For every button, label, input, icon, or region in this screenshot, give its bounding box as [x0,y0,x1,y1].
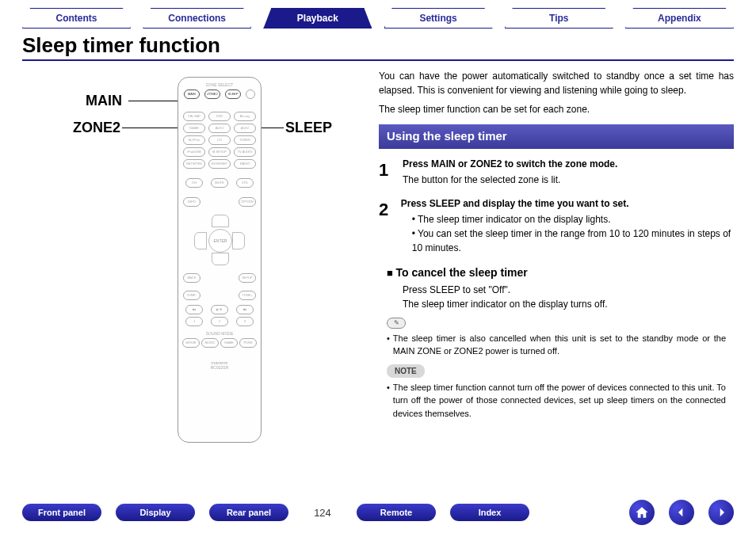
home-icon[interactable] [629,500,655,525]
footer-index[interactable]: Index [450,504,529,521]
cancel-body: Press SLEEP to set "Off". The sleep time… [403,283,734,311]
page-number: 124 [303,507,342,519]
tab-appendix[interactable]: Appendix [625,8,734,29]
top-tabs: Contents Connections Playback Settings T… [22,8,734,29]
footer-rear-panel[interactable]: Rear panel [209,504,288,521]
section-header: Using the sleep timer [379,124,734,149]
remote-illustration: ZONE SELECT MAIN ZONE2 SLEEP CBL/SATDVDB… [178,77,262,443]
remote-diagram: MAIN ZONE2 SLEEP ZONE SELECT MAIN ZONE2 … [22,69,355,449]
callout-main: MAIN [86,93,122,109]
cancel-heading: To cancel the sleep timer [387,265,734,281]
note-pill: NOTE [387,364,425,378]
page-title: Sleep timer function [22,33,734,61]
remote-btn-zone2: ZONE2 [204,89,220,99]
remote-btn-main: MAIN [184,89,200,99]
callout-zone2: ZONE2 [73,120,120,136]
remote-btn-power [246,89,255,99]
footer-front-panel[interactable]: Front panel [22,504,101,521]
intro-text: You can have the power automatically swi… [379,69,734,116]
footer-remote[interactable]: Remote [357,504,436,521]
footer: Front panel Display Rear panel 124 Remot… [22,500,734,525]
tab-contents[interactable]: Contents [22,8,131,29]
tab-connections[interactable]: Connections [143,8,251,29]
step-1: 1 Press MAIN or ZONE2 to switch the zone… [379,157,734,187]
tab-tips[interactable]: Tips [505,8,613,29]
note-bullet-1: The sleep timer is also cancelled when t… [387,332,726,358]
back-icon[interactable] [669,500,694,525]
footer-display[interactable]: Display [116,504,195,521]
tab-settings[interactable]: Settings [384,8,493,29]
remote-btn-sleep: SLEEP [225,89,241,99]
pencil-icon: ✎ [387,318,406,329]
callout-sleep: SLEEP [285,120,332,136]
note-bullet-2: The sleep timer function cannot turn off… [387,381,726,421]
step-2: 2 Press SLEEP and display the time you w… [379,196,734,255]
tab-playback[interactable]: Playback [263,8,372,29]
forward-icon[interactable] [708,500,734,525]
